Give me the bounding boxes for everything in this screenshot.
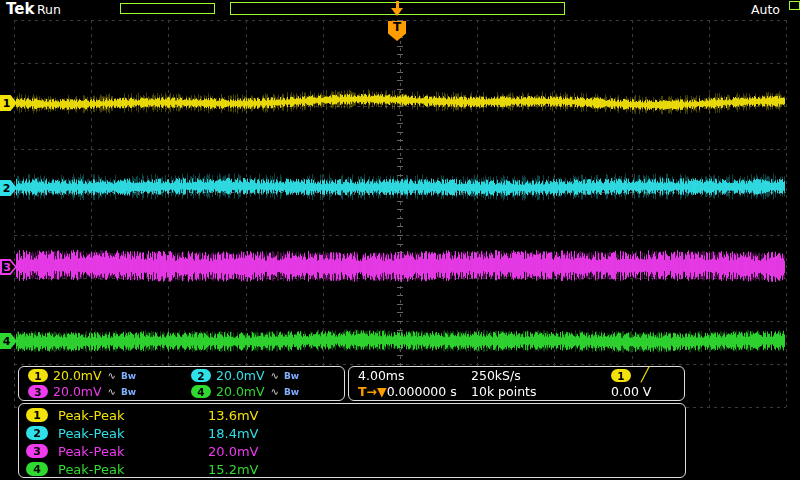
channel-4-scale: 20.0mV [216,384,265,399]
delay-trigger-icon: T [358,384,367,399]
delay-arrow-icon: →▼ [367,384,387,399]
trigger-marker-arrow-icon [391,8,403,16]
bandwidth-limit-icon: Bw [284,371,299,381]
measurement-row: 1 Peak-Peak 13.6mV [26,407,259,423]
bandwidth-limit-icon: Bw [121,371,136,381]
bandwidth-limit-icon: Bw [121,387,136,397]
channel-1-scale: 20.0mV [53,368,102,383]
trigger-position-top-marker [390,1,406,17]
trigger-mode-label: Auto [751,2,780,17]
channel-4-readout: 4 20.0mV ∿ Bw [191,384,299,399]
measurements-box: 1 Peak-Peak 13.6mV 2 Peak-Peak 18.4mV 3 … [18,403,686,478]
measurement-row: 3 Peak-Peak 20.0mV [26,443,259,459]
measurement-value: 13.6mV [208,408,259,423]
measurement-channel-badge: 4 [26,462,48,476]
channel-readouts-box: 1 20.0mV ∿ Bw 2 20.0mV ∿ Bw 3 20.0mV ∿ B… [18,366,345,401]
top-status-bar: Tek Run Auto [0,0,800,19]
coupling-icon: ∿ [108,386,116,397]
horizontal-trigger-readout-box: 4.00ms 250kS/s 1 ╱ T→▼0.000000 s 10k poi… [348,366,685,401]
measurement-name: Peak-Peak [58,444,208,459]
coupling-icon: ∿ [108,370,116,381]
channel-2-marker-label: 2 [3,182,11,195]
record-view-bar [120,3,215,14]
measurement-channel-badge: 3 [26,444,48,458]
measurement-value: 15.2mV [208,462,259,477]
channel-1-badge: 1 [28,369,48,382]
horizontal-delay-readout: T→▼0.000000 s [358,384,387,399]
trigger-flag-letter: T [393,21,401,41]
measurement-name: Peak-Peak [58,462,208,477]
measurement-name: Peak-Peak [58,408,208,423]
measurement-row: 2 Peak-Peak 18.4mV [26,425,259,441]
trigger-source-badge: 1 [611,369,631,382]
channel-4-marker-label: 4 [3,335,11,348]
acquisition-state: Run [37,2,61,17]
channel-3-marker-inner: 3 [2,261,15,273]
channel-3-marker-label: 3 [3,261,11,274]
channel-1-readout: 1 20.0mV ∿ Bw [28,368,136,383]
channel-3-scale: 20.0mV [53,384,102,399]
channel-1-marker-label: 1 [3,97,11,110]
brand-logo: Tek [6,0,34,18]
channel-3-badge: 3 [28,385,48,398]
trigger-level-readout: 0.00 V [611,384,651,399]
bandwidth-limit-icon: Bw [284,387,299,397]
measurement-channel-badge: 1 [26,408,48,422]
delay-value: 0.000000 s [387,384,457,399]
trigger-slope-icon: ╱ [641,366,649,382]
timebase-readout: 4.00ms [358,368,405,383]
channel-2-badge: 2 [191,369,211,382]
coupling-icon: ∿ [271,386,279,397]
measurement-row: 4 Peak-Peak 15.2mV [26,461,259,477]
channel-2-readout: 2 20.0mV ∿ Bw [191,368,299,383]
measurement-value: 18.4mV [208,426,259,441]
measurement-name: Peak-Peak [58,426,208,441]
channel-4-badge: 4 [191,385,211,398]
measurement-channel-badge: 2 [26,426,48,440]
corner-marker [789,1,800,10]
channel-2-scale: 20.0mV [216,368,265,383]
sample-rate-readout: 250kS/s [471,368,521,383]
channel-3-readout: 3 20.0mV ∿ Bw [28,384,136,399]
record-length-readout: 10k points [471,384,537,399]
measurement-value: 20.0mV [208,444,259,459]
coupling-icon: ∿ [271,370,279,381]
oscilloscope-screen: Tek Run Auto T 1 2 3 4 1 20.0mV ∿ Bw [0,0,800,480]
